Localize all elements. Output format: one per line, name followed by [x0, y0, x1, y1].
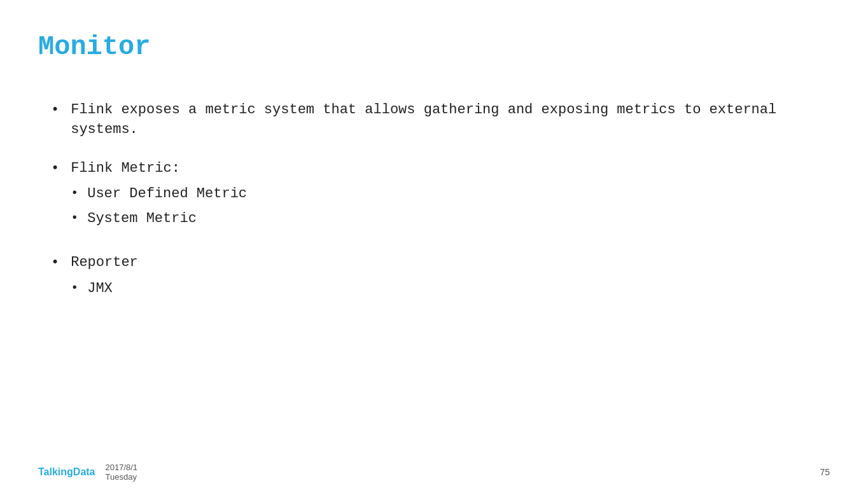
- footer-day: Tuesday: [106, 472, 138, 482]
- footer-page-number: 75: [820, 467, 830, 477]
- slide-title: Monitor: [38, 32, 830, 62]
- bullet-3-wrapper: Reporter JMX: [71, 253, 830, 304]
- bullet-3-label: Reporter: [71, 254, 138, 270]
- footer-date-container: 2017/8/1 Tuesday: [106, 463, 138, 482]
- bullet-2-nested-list: User Defined Metric System Metric: [71, 185, 830, 229]
- bullet-2-wrapper: Flink Metric: User Defined Metric System…: [71, 159, 830, 234]
- nested-text-user-defined-metric: User Defined Metric: [87, 185, 247, 204]
- nested-text-jmx: JMX: [87, 279, 113, 299]
- nested-item-user-defined-metric: User Defined Metric: [71, 185, 830, 204]
- main-bullet-list: Flink exposes a metric system that allow…: [51, 101, 830, 304]
- bullet-item-2: Flink Metric: User Defined Metric System…: [51, 159, 830, 234]
- footer-date: 2017/8/1: [106, 463, 138, 472]
- slide-footer: TalkingData 2017/8/1 Tuesday 75: [0, 456, 868, 488]
- bullet-text-1: Flink exposes a metric system that allow…: [71, 101, 830, 140]
- bullet-3-nested-list: JMX: [71, 279, 830, 299]
- nested-text-system-metric: System Metric: [87, 209, 197, 229]
- bullet-2-label: Flink Metric:: [71, 160, 180, 176]
- slide-container: Monitor Flink exposes a metric system th…: [0, 0, 868, 488]
- footer-brand: TalkingData: [38, 466, 95, 478]
- nested-item-jmx: JMX: [71, 279, 830, 299]
- bullet-item-1: Flink exposes a metric system that allow…: [51, 101, 830, 140]
- bullet-item-3: Reporter JMX: [51, 253, 830, 304]
- footer-left: TalkingData 2017/8/1 Tuesday: [38, 463, 137, 482]
- nested-item-system-metric: System Metric: [71, 209, 830, 229]
- content-area: Flink exposes a metric system that allow…: [38, 101, 830, 304]
